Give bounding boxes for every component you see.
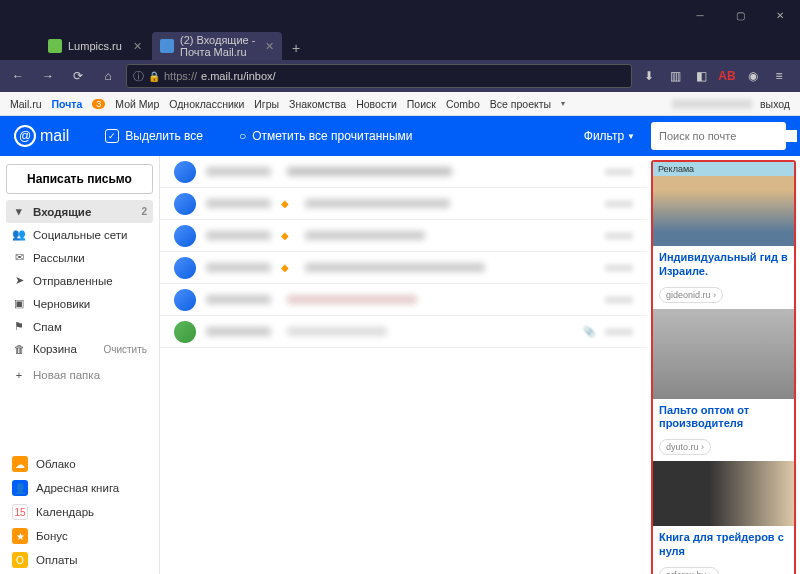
folder-item[interactable]: 👥Социальные сети [6, 223, 153, 246]
at-icon: @ [14, 125, 36, 147]
new-tab-button[interactable]: + [284, 36, 308, 60]
tab-title: (2) Входящие - Почта Mail.ru [180, 34, 259, 58]
minimize-button[interactable]: ─ [680, 0, 720, 30]
select-all-button[interactable]: ✓ Выделить все [105, 129, 203, 143]
folder-item[interactable]: ▣Черновики [6, 292, 153, 315]
browser-tab[interactable]: (2) Входящие - Почта Mail.ru ✕ [152, 32, 282, 60]
email-row[interactable]: ◆ [160, 252, 647, 284]
avatar [174, 225, 196, 247]
service-label: Календарь [36, 506, 94, 518]
portal-link[interactable]: Мой Мир [115, 98, 159, 110]
service-link[interactable]: ☁Облако [6, 452, 153, 476]
maximize-button[interactable]: ▢ [720, 0, 760, 30]
circle-icon: ○ [239, 129, 246, 143]
account-icon[interactable]: ◉ [742, 65, 764, 87]
tab-close-icon[interactable]: ✕ [265, 40, 274, 53]
favicon [160, 39, 174, 53]
mail-badge: 3 [92, 99, 105, 109]
ad-title: Книга для трейдеров с нуля [653, 526, 794, 564]
email-row[interactable]: ◆ [160, 220, 647, 252]
folder-clear[interactable]: Очистить [103, 344, 147, 355]
new-folder-button[interactable]: + Новая папка [6, 364, 153, 386]
logout-link[interactable]: выход [760, 98, 790, 110]
portal-link[interactable]: Знакомства [289, 98, 346, 110]
folder-icon: 👥 [12, 228, 26, 241]
email-row[interactable]: 📎 [160, 316, 647, 348]
library-icon[interactable]: ▥ [664, 65, 686, 87]
service-label: Оплаты [36, 554, 78, 566]
folder-icon: ▣ [12, 297, 26, 310]
folder-label: Социальные сети [33, 229, 127, 241]
portal-link[interactable]: Combo [446, 98, 480, 110]
ad-card[interactable]: Пальто оптом от производителя dyuto.ru › [653, 309, 794, 462]
email-row[interactable] [160, 284, 647, 316]
folder-item[interactable]: ⚑Спам [6, 315, 153, 338]
url-bar: ← → ⟳ ⌂ ⓘ 🔒 https://e.mail.ru/inbox/ ⬇ ▥… [0, 60, 800, 92]
ad-source[interactable]: dyuto.ru › [659, 439, 711, 455]
tab-close-icon[interactable]: ✕ [133, 40, 142, 53]
service-label: Облако [36, 458, 76, 470]
ad-card[interactable]: Индивидуальный гид в Израиле. gideonid.r… [653, 176, 794, 309]
folder-item[interactable]: ▾Входящие2 [6, 200, 153, 223]
folder-icon: ✉ [12, 251, 26, 264]
plus-icon: + [12, 369, 26, 381]
email-row[interactable] [160, 156, 647, 188]
ad-title: Индивидуальный гид в Израиле. [653, 246, 794, 284]
forward-button[interactable]: → [36, 64, 60, 88]
service-link[interactable]: 15Календарь [6, 500, 153, 524]
mail-logo[interactable]: @ mail [14, 125, 69, 147]
close-window-button[interactable]: ✕ [760, 0, 800, 30]
portal-link[interactable]: Все проекты [490, 98, 551, 110]
ad-card[interactable]: Книга для трейдеров с нуля arforex.by › [653, 461, 794, 574]
service-link[interactable]: 👤Адресная книга [6, 476, 153, 500]
menu-icon[interactable]: ≡ [768, 65, 790, 87]
home-button[interactable]: ⌂ [96, 64, 120, 88]
reload-button[interactable]: ⟳ [66, 64, 90, 88]
folder-label: Рассылки [33, 252, 85, 264]
browser-tab[interactable]: Lumpics.ru ✕ [40, 32, 150, 60]
favicon [48, 39, 62, 53]
search-box[interactable]: ⌕ [651, 122, 786, 150]
portal-link[interactable]: Одноклассники [169, 98, 244, 110]
ad-source[interactable]: arforex.by › [659, 567, 719, 575]
url-text: e.mail.ru/inbox/ [201, 70, 276, 82]
folder-icon: ▾ [12, 205, 26, 218]
search-input[interactable] [659, 130, 797, 142]
portal-link[interactable]: Игры [254, 98, 279, 110]
avatar [174, 321, 196, 343]
address-bar[interactable]: ⓘ 🔒 https://e.mail.ru/inbox/ [126, 64, 632, 88]
sidebar-icon[interactable]: ◧ [690, 65, 712, 87]
folder-item[interactable]: 🗑КорзинаОчистить [6, 338, 153, 360]
portal-link[interactable]: Новости [356, 98, 397, 110]
mark-read-button[interactable]: ○ Отметить все прочитанными [239, 129, 413, 143]
tab-title: Lumpics.ru [68, 40, 122, 52]
service-link[interactable]: ★Бонус [6, 524, 153, 548]
service-link[interactable]: OОплаты [6, 548, 153, 572]
folder-item[interactable]: ➤Отправленные [6, 269, 153, 292]
portal-link[interactable]: Поиск [407, 98, 436, 110]
user-label [672, 99, 752, 109]
url-scheme: https:// [164, 70, 197, 82]
folder-icon: ➤ [12, 274, 26, 287]
folder-item[interactable]: ✉Рассылки [6, 246, 153, 269]
info-icon: ⓘ [133, 69, 144, 84]
ad-panel: Реклама Индивидуальный гид в Израиле. gi… [651, 160, 796, 574]
portal-link[interactable]: Mail.ru [10, 98, 42, 110]
portal-nav: Mail.ru Почта 3 Мой Мир Одноклассники Иг… [0, 92, 800, 116]
filter-button[interactable]: Фильтр ▼ [584, 129, 635, 143]
service-icon: O [12, 552, 28, 568]
check-icon: ✓ [105, 129, 119, 143]
ad-image [653, 176, 794, 246]
portal-link-active[interactable]: Почта [52, 98, 83, 110]
ad-label: Реклама [653, 162, 794, 176]
email-row[interactable]: ◆ [160, 188, 647, 220]
folder-count: 2 [141, 206, 147, 217]
ad-source[interactable]: gideonid.ru › [659, 287, 723, 303]
avatar [174, 257, 196, 279]
back-button[interactable]: ← [6, 64, 30, 88]
compose-button[interactable]: Написать письмо [6, 164, 153, 194]
adblock-icon[interactable]: AB [716, 65, 738, 87]
ad-title: Пальто оптом от производителя [653, 399, 794, 437]
download-icon[interactable]: ⬇ [638, 65, 660, 87]
avatar [174, 193, 196, 215]
